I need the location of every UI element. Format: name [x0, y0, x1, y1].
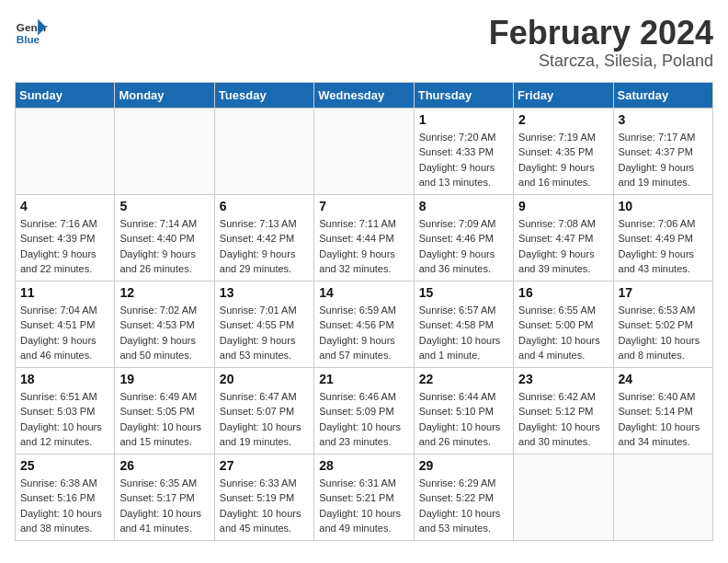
day-info: Sunrise: 6:44 AM Sunset: 5:10 PM Dayligh… [419, 389, 508, 450]
day-number: 8 [419, 199, 508, 213]
day-cell [16, 108, 115, 194]
weekday-header-wednesday: Wednesday [314, 82, 414, 108]
day-number: 12 [119, 285, 209, 300]
day-number: 25 [20, 458, 109, 473]
day-info: Sunrise: 6:47 AM Sunset: 5:07 PM Dayligh… [220, 389, 309, 450]
day-number: 24 [619, 372, 708, 386]
day-cell: 5Sunrise: 7:14 AM Sunset: 4:40 PM Daylig… [115, 194, 214, 281]
day-number: 6 [220, 199, 309, 213]
weekday-header-saturday: Saturday [613, 82, 712, 108]
day-cell [314, 108, 414, 194]
weekday-header-friday: Friday [514, 82, 613, 108]
day-cell: 17Sunrise: 6:53 AM Sunset: 5:02 PM Dayli… [613, 281, 712, 367]
day-cell: 2Sunrise: 7:19 AM Sunset: 4:35 PM Daylig… [514, 108, 613, 194]
day-number: 4 [20, 199, 109, 213]
day-number: 3 [619, 112, 708, 127]
day-info: Sunrise: 7:13 AM Sunset: 4:42 PM Dayligh… [220, 216, 309, 277]
day-cell [613, 454, 712, 540]
day-cell: 25Sunrise: 6:38 AM Sunset: 5:16 PM Dayli… [16, 454, 115, 540]
logo: General Blue [15, 15, 48, 48]
day-number: 21 [319, 372, 408, 386]
day-number: 19 [119, 372, 209, 386]
week-row-4: 18Sunrise: 6:51 AM Sunset: 5:03 PM Dayli… [16, 367, 713, 454]
location: Starcza, Silesia, Poland [489, 52, 713, 71]
day-info: Sunrise: 7:17 AM Sunset: 4:37 PM Dayligh… [619, 130, 708, 190]
day-cell: 27Sunrise: 6:33 AM Sunset: 5:19 PM Dayli… [214, 454, 313, 540]
day-number: 2 [518, 112, 608, 127]
week-row-2: 4Sunrise: 7:16 AM Sunset: 4:39 PM Daylig… [16, 194, 713, 281]
day-cell: 21Sunrise: 6:46 AM Sunset: 5:09 PM Dayli… [314, 367, 414, 454]
day-cell: 12Sunrise: 7:02 AM Sunset: 4:53 PM Dayli… [115, 281, 214, 367]
day-info: Sunrise: 6:42 AM Sunset: 5:12 PM Dayligh… [518, 389, 608, 450]
day-info: Sunrise: 6:38 AM Sunset: 5:16 PM Dayligh… [20, 476, 109, 536]
day-cell: 11Sunrise: 7:04 AM Sunset: 4:51 PM Dayli… [16, 281, 115, 367]
day-info: Sunrise: 6:55 AM Sunset: 5:00 PM Dayligh… [518, 303, 608, 363]
day-cell [115, 108, 214, 194]
day-info: Sunrise: 6:57 AM Sunset: 4:58 PM Dayligh… [419, 303, 508, 363]
weekday-header-monday: Monday [115, 82, 214, 108]
header: General Blue February 2024 Starcza, Sile… [15, 15, 713, 71]
day-number: 28 [319, 458, 408, 473]
title-area: February 2024 Starcza, Silesia, Poland [489, 15, 713, 71]
day-number: 7 [319, 199, 408, 213]
day-info: Sunrise: 7:06 AM Sunset: 4:49 PM Dayligh… [619, 216, 708, 277]
week-row-5: 25Sunrise: 6:38 AM Sunset: 5:16 PM Dayli… [16, 454, 713, 540]
day-info: Sunrise: 7:14 AM Sunset: 4:40 PM Dayligh… [119, 216, 209, 277]
day-cell: 20Sunrise: 6:47 AM Sunset: 5:07 PM Dayli… [214, 367, 313, 454]
month-year: February 2024 [489, 15, 713, 52]
day-cell: 8Sunrise: 7:09 AM Sunset: 4:46 PM Daylig… [414, 194, 513, 281]
day-number: 18 [20, 372, 109, 386]
day-number: 17 [619, 285, 708, 300]
day-info: Sunrise: 7:02 AM Sunset: 4:53 PM Dayligh… [119, 303, 209, 363]
day-info: Sunrise: 7:11 AM Sunset: 4:44 PM Dayligh… [319, 216, 408, 277]
day-info: Sunrise: 7:01 AM Sunset: 4:55 PM Dayligh… [220, 303, 309, 363]
week-row-3: 11Sunrise: 7:04 AM Sunset: 4:51 PM Dayli… [16, 281, 713, 367]
week-row-1: 1Sunrise: 7:20 AM Sunset: 4:33 PM Daylig… [16, 108, 713, 194]
svg-text:Blue: Blue [17, 33, 40, 45]
weekday-header-thursday: Thursday [414, 82, 513, 108]
day-info: Sunrise: 7:04 AM Sunset: 4:51 PM Dayligh… [20, 303, 109, 363]
day-info: Sunrise: 7:16 AM Sunset: 4:39 PM Dayligh… [20, 216, 109, 277]
day-cell: 26Sunrise: 6:35 AM Sunset: 5:17 PM Dayli… [115, 454, 214, 540]
day-info: Sunrise: 6:53 AM Sunset: 5:02 PM Dayligh… [619, 303, 708, 363]
day-number: 5 [119, 199, 209, 213]
day-info: Sunrise: 7:08 AM Sunset: 4:47 PM Dayligh… [518, 216, 608, 277]
day-cell: 28Sunrise: 6:31 AM Sunset: 5:21 PM Dayli… [314, 454, 414, 540]
day-number: 27 [220, 458, 309, 473]
logo-icon: General Blue [15, 15, 48, 48]
day-number: 14 [319, 285, 408, 300]
day-cell: 29Sunrise: 6:29 AM Sunset: 5:22 PM Dayli… [414, 454, 513, 540]
day-info: Sunrise: 6:29 AM Sunset: 5:22 PM Dayligh… [419, 476, 508, 536]
day-info: Sunrise: 7:19 AM Sunset: 4:35 PM Dayligh… [518, 130, 608, 190]
day-number: 20 [220, 372, 309, 386]
day-info: Sunrise: 6:49 AM Sunset: 5:05 PM Dayligh… [119, 389, 209, 450]
day-cell: 13Sunrise: 7:01 AM Sunset: 4:55 PM Dayli… [214, 281, 313, 367]
day-cell: 16Sunrise: 6:55 AM Sunset: 5:00 PM Dayli… [514, 281, 613, 367]
day-number: 11 [20, 285, 109, 300]
day-cell: 3Sunrise: 7:17 AM Sunset: 4:37 PM Daylig… [613, 108, 712, 194]
weekday-header-row: SundayMondayTuesdayWednesdayThursdayFrid… [16, 82, 713, 108]
day-cell: 23Sunrise: 6:42 AM Sunset: 5:12 PM Dayli… [514, 367, 613, 454]
day-number: 10 [619, 199, 708, 213]
day-number: 26 [119, 458, 209, 473]
day-info: Sunrise: 7:09 AM Sunset: 4:46 PM Dayligh… [419, 216, 508, 277]
day-info: Sunrise: 6:31 AM Sunset: 5:21 PM Dayligh… [319, 476, 408, 536]
day-number: 15 [419, 285, 508, 300]
day-cell: 19Sunrise: 6:49 AM Sunset: 5:05 PM Dayli… [115, 367, 214, 454]
weekday-header-tuesday: Tuesday [214, 82, 313, 108]
day-info: Sunrise: 6:35 AM Sunset: 5:17 PM Dayligh… [119, 476, 209, 536]
day-cell: 24Sunrise: 6:40 AM Sunset: 5:14 PM Dayli… [613, 367, 712, 454]
day-number: 1 [419, 112, 508, 127]
weekday-header-sunday: Sunday [16, 82, 115, 108]
day-info: Sunrise: 6:51 AM Sunset: 5:03 PM Dayligh… [20, 389, 109, 450]
day-number: 22 [419, 372, 508, 386]
day-cell: 1Sunrise: 7:20 AM Sunset: 4:33 PM Daylig… [414, 108, 513, 194]
day-number: 23 [518, 372, 608, 386]
day-cell: 10Sunrise: 7:06 AM Sunset: 4:49 PM Dayli… [613, 194, 712, 281]
day-number: 16 [518, 285, 608, 300]
day-cell [514, 454, 613, 540]
day-cell: 7Sunrise: 7:11 AM Sunset: 4:44 PM Daylig… [314, 194, 414, 281]
day-info: Sunrise: 6:46 AM Sunset: 5:09 PM Dayligh… [319, 389, 408, 450]
day-info: Sunrise: 6:59 AM Sunset: 4:56 PM Dayligh… [319, 303, 408, 363]
day-info: Sunrise: 6:33 AM Sunset: 5:19 PM Dayligh… [220, 476, 309, 536]
